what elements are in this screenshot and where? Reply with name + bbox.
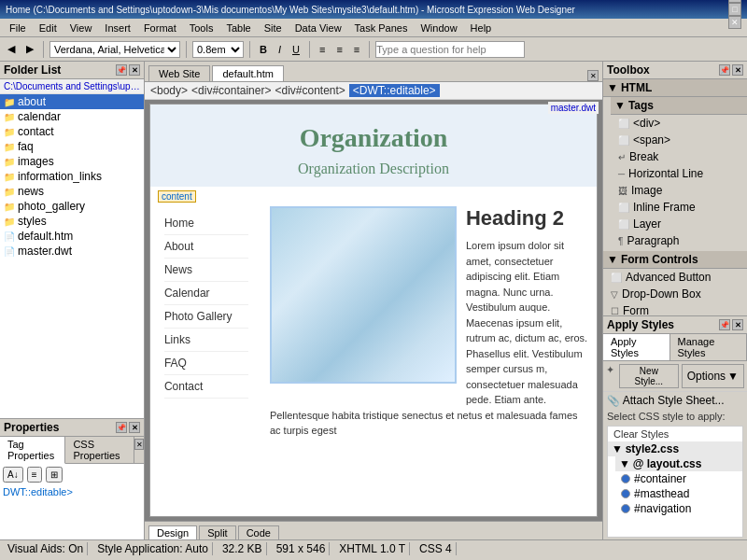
file-icon-default-htm: 📄 [4, 231, 15, 242]
nav-links[interactable]: Links [164, 329, 248, 352]
italic-button[interactable]: I [275, 40, 285, 59]
toolbox-item-div[interactable]: ⬜ <div> [611, 115, 747, 132]
breadcrumb-container[interactable]: <div#container> [191, 84, 271, 97]
toolbox-item-hr[interactable]: ─ Horizontal Line [611, 165, 747, 182]
folder-item-styles[interactable]: 📁 styles [0, 214, 144, 229]
new-style-button[interactable]: New Style... [619, 364, 679, 388]
toolbox-item-paragraph[interactable]: ¶ Paragraph [611, 232, 747, 249]
toolbox-item-span[interactable]: ⬜ <span> [611, 132, 747, 148]
nav-calendar[interactable]: Calendar [164, 282, 248, 305]
menu-item-insert[interactable]: Insert [99, 21, 136, 35]
toolbox-item-iframe[interactable]: ⬜ Inline Frame [611, 199, 747, 216]
folder-item-news[interactable]: 📁 news [0, 184, 144, 199]
style2css-header[interactable]: ▼ style2.css [608, 441, 742, 456]
toolbox-tags-header[interactable]: ▼ Tags [611, 97, 747, 115]
tab-css-properties[interactable]: CSS Properties [65, 437, 134, 463]
align-center-button[interactable]: ≡ [332, 40, 345, 59]
style-masthead[interactable]: #masthead [615, 486, 742, 501]
folder-item-contact[interactable]: 📁 contact [0, 124, 144, 139]
editor-tab-close[interactable]: ✕ [587, 70, 599, 81]
clear-styles-item[interactable]: Clear Styles [608, 427, 742, 441]
toolbox-html-header[interactable]: ▼ HTML [603, 79, 747, 97]
props-sort-cat-button[interactable]: ≡ [27, 467, 42, 483]
folder-list-pin[interactable]: 📌 [116, 64, 127, 76]
bold-button[interactable]: B [256, 40, 271, 59]
maximize-button[interactable]: □ [728, 3, 741, 16]
menu-item-help[interactable]: Help [465, 21, 498, 35]
toolbox-close[interactable]: ✕ [732, 64, 743, 76]
folder-item-calendar[interactable]: 📁 calendar [0, 109, 144, 124]
span-icon: ⬜ [618, 135, 629, 146]
align-left-button[interactable]: ≡ [316, 40, 329, 59]
folder-item-images[interactable]: 📁 images [0, 154, 144, 169]
toolbar-back-button[interactable]: ◀ [4, 40, 19, 59]
properties-close[interactable]: ✕ [129, 422, 140, 433]
tab-split[interactable]: Split [199, 525, 235, 539]
toolbox-item-image[interactable]: 🖼 Image [611, 182, 747, 199]
help-search-input[interactable] [375, 41, 525, 58]
menu-item-tools[interactable]: Tools [184, 21, 219, 35]
font-selector[interactable]: Verdana, Arial, Helvetica, s [49, 41, 180, 58]
props-expand-button[interactable]: ⊞ [46, 467, 63, 483]
nav-photo-gallery[interactable]: Photo Gallery [164, 305, 248, 329]
menu-item-edit[interactable]: Edit [34, 21, 63, 35]
folder-item-default-htm[interactable]: 📄 default.htm [0, 229, 144, 244]
style-navigation[interactable]: #navigation [615, 501, 742, 516]
properties-header: Properties 📌 ✕ [0, 419, 144, 437]
toolbox-item-layer[interactable]: ⬜ Layer [611, 216, 747, 232]
properties-pin[interactable]: 📌 [116, 422, 127, 433]
underline-button[interactable]: U [289, 40, 303, 59]
nav-news[interactable]: News [164, 259, 248, 282]
toolbar-forward-button[interactable]: ▶ [22, 40, 37, 59]
menu-item-data view[interactable]: Data View [289, 21, 347, 35]
tab-apply-styles[interactable]: Apply Styles [603, 334, 670, 360]
close-button[interactable]: ✕ [728, 16, 741, 29]
size-selector[interactable]: 0.8em [192, 41, 244, 58]
folder-item-faq[interactable]: 📁 faq [0, 139, 144, 154]
styles-section-style2css: ▼ style2.css ▼ @ layout.css #container [608, 441, 742, 516]
tab-code[interactable]: Code [238, 525, 279, 539]
menu-item-file[interactable]: File [4, 21, 32, 35]
breadcrumb-dwt-editable[interactable]: <DWT::editable> [349, 84, 440, 97]
breadcrumb-content[interactable]: <div#content> [275, 84, 345, 97]
toolbox-item-dropdown[interactable]: ▽ Drop-Down Box [603, 286, 747, 302]
editor-tab-bar: Web Site default.htm ✕ [145, 62, 602, 82]
nav-about[interactable]: About [164, 235, 248, 259]
tab-design[interactable]: Design [148, 525, 197, 539]
align-right-button[interactable]: ≡ [350, 40, 363, 59]
menu-item-format[interactable]: Format [138, 21, 182, 35]
menu-item-table[interactable]: Table [220, 21, 256, 35]
toolbox-form-controls-header[interactable]: ▼ Form Controls [603, 251, 747, 269]
folder-item-photo-gallery[interactable]: 📁 photo_gallery [0, 199, 144, 214]
toolbox-pin[interactable]: 📌 [719, 64, 730, 76]
toolbox-item-form[interactable]: ☐ Form [603, 302, 747, 315]
toolbox-item-break[interactable]: ↵ Break [611, 148, 747, 165]
menu-item-view[interactable]: View [64, 21, 98, 35]
nav-contact[interactable]: Contact [164, 375, 248, 399]
tab-web-site[interactable]: Web Site [148, 65, 210, 81]
nav-faq[interactable]: FAQ [164, 352, 248, 375]
tab-manage-styles[interactable]: Manage Styles [670, 334, 748, 360]
tab-tag-properties[interactable]: Tag Properties [0, 437, 65, 464]
props-sort-alpha-button[interactable]: A↓ [3, 467, 23, 483]
style-container[interactable]: #container [615, 471, 742, 486]
main-layout: Folder List 📌 ✕ C:\Documents and Setting… [0, 62, 747, 539]
apply-styles-close[interactable]: ✕ [732, 319, 743, 330]
menu-item-window[interactable]: Window [415, 21, 462, 35]
menu-item-site[interactable]: Site [259, 21, 288, 35]
layout-css-header[interactable]: ▼ @ layout.css [615, 456, 742, 471]
folder-list-close[interactable]: ✕ [129, 64, 140, 76]
tab-default-htm[interactable]: default.htm [212, 65, 283, 81]
toolbox-item-advanced-button[interactable]: ⬜ Advanced Button [603, 269, 747, 286]
folder-item-about[interactable]: 📁 about [0, 94, 144, 109]
breadcrumb-body[interactable]: <body> [150, 84, 188, 97]
folder-item-master-dwt[interactable]: 📄 master.dwt [0, 244, 144, 259]
folder-item-information-links[interactable]: 📁 information_links [0, 169, 144, 184]
props-tabs-close[interactable]: ✕ [134, 439, 144, 450]
folder-icon-images: 📁 [4, 157, 15, 167]
menu-item-task panes[interactable]: Task Panes [349, 21, 414, 35]
options-button[interactable]: Options ▼ [682, 364, 744, 388]
apply-styles-pin[interactable]: 📌 [719, 319, 730, 330]
toolbox-controls: 📌 ✕ [719, 64, 743, 76]
nav-home[interactable]: Home [164, 212, 248, 235]
